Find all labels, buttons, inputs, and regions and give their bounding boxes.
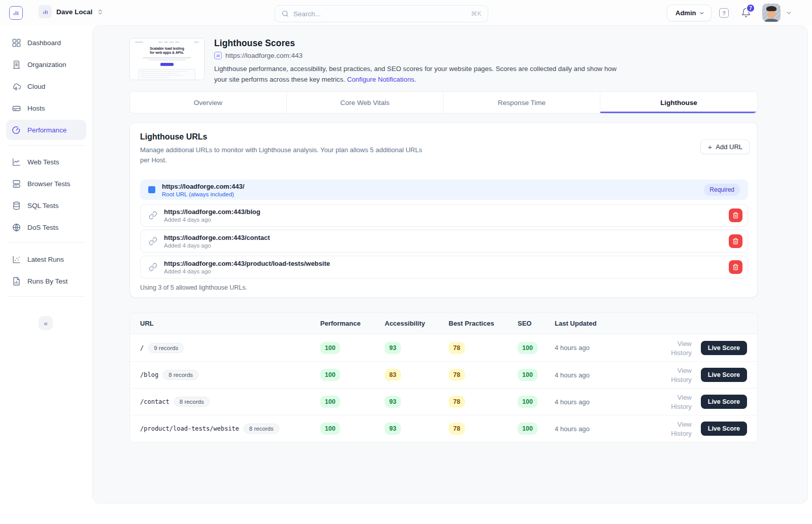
records-badge: 8 records bbox=[163, 370, 198, 380]
link-icon bbox=[149, 237, 157, 246]
sidebar-item-dashboard[interactable]: Dashboard bbox=[6, 32, 86, 53]
user-menu-chevron-icon[interactable] bbox=[786, 10, 792, 16]
bar-chart-icon bbox=[12, 9, 20, 17]
workspace-icon bbox=[39, 5, 52, 18]
url-added-date: Added 4 days ago bbox=[164, 268, 330, 274]
sidebar-item-browser-tests[interactable]: Browser Tests bbox=[6, 173, 86, 194]
gauge-icon bbox=[12, 125, 21, 135]
performance-score: 100 bbox=[320, 396, 340, 408]
sidebar-item-label: Hosts bbox=[27, 104, 45, 112]
sidebar-collapse-button[interactable]: « bbox=[39, 316, 53, 330]
accessibility-score: 93 bbox=[385, 423, 401, 435]
plus-icon: + bbox=[707, 143, 712, 151]
live-score-button[interactable]: Live Score bbox=[701, 368, 747, 382]
sidebar-divider bbox=[7, 296, 85, 297]
view-history-link[interactable]: View History bbox=[671, 394, 691, 410]
url-added-date: Added 4 days ago bbox=[164, 242, 270, 249]
url-text: https://loadforge.com:443/blog bbox=[164, 208, 260, 216]
view-history-link[interactable]: View History bbox=[671, 421, 691, 437]
sidebar-item-cloud[interactable]: Cloud bbox=[6, 76, 86, 96]
configure-notifications-link[interactable]: Configure Notifications bbox=[347, 76, 415, 83]
sidebar-item-organization[interactable]: Organization bbox=[6, 54, 86, 75]
seo-score: 100 bbox=[518, 342, 537, 354]
site-url-text: https://loadforge.com:443 bbox=[225, 52, 302, 59]
table-header: URL Performance Accessibility Best Pract… bbox=[130, 313, 757, 334]
trash-icon bbox=[732, 212, 739, 219]
add-url-button[interactable]: + Add URL bbox=[700, 139, 750, 154]
column-header-accessibility: Accessibility bbox=[385, 320, 449, 327]
url-row: https://loadforge.com:443/product/load-t… bbox=[140, 256, 748, 278]
tab-lighthouse[interactable]: Lighthouse bbox=[600, 92, 757, 113]
user-avatar[interactable] bbox=[762, 4, 781, 22]
admin-menu-button[interactable]: Admin bbox=[667, 5, 712, 21]
sidebar-item-label: Dashboard bbox=[27, 39, 61, 47]
last-updated: 4 hours ago bbox=[555, 371, 665, 379]
accessibility-score: 83 bbox=[385, 369, 401, 381]
best-practices-score: 78 bbox=[449, 396, 465, 408]
last-updated: 4 hours ago bbox=[555, 344, 665, 352]
cloud-icon bbox=[12, 82, 21, 91]
usage-note: Using 3 of 5 allowed lighthouse URLs. bbox=[140, 284, 247, 291]
search-input[interactable] bbox=[293, 10, 467, 18]
sidebar-item-latest-runs[interactable]: Latest Runs bbox=[6, 249, 86, 269]
sidebar-item-label: Browser Tests bbox=[27, 180, 71, 188]
seo-score: 100 bbox=[518, 423, 537, 435]
tab-core-web-vitals[interactable]: Core Web Vitals bbox=[287, 92, 444, 113]
last-updated: 4 hours ago bbox=[555, 425, 665, 433]
live-score-button[interactable]: Live Score bbox=[701, 395, 747, 409]
best-practices-score: 78 bbox=[449, 342, 465, 354]
tab-overview[interactable]: Overview bbox=[130, 92, 287, 113]
workspace-switcher[interactable]: Dave Local bbox=[39, 5, 104, 18]
root-url-row: https://loadforge.com:443/ Root URL (alw… bbox=[140, 180, 748, 200]
column-header-last-updated: Last Updated bbox=[555, 320, 665, 327]
sidebar-item-performance[interactable]: Performance bbox=[6, 120, 86, 140]
url-text: https://loadforge.com:443/product/load-t… bbox=[164, 260, 330, 267]
browser-icon bbox=[12, 179, 21, 189]
live-score-button[interactable]: Live Score bbox=[701, 422, 747, 436]
sidebar-item-web-tests[interactable]: Web Tests bbox=[6, 152, 86, 172]
sidebar-item-dos-tests[interactable]: DoS Tests bbox=[6, 217, 86, 237]
delete-url-button[interactable] bbox=[729, 234, 742, 248]
best-practices-score: 78 bbox=[449, 369, 465, 381]
globe-icon bbox=[12, 223, 21, 232]
table-row: /contact8 records 100 93 78 100 4 hours … bbox=[130, 388, 757, 415]
delete-url-button[interactable] bbox=[729, 208, 742, 222]
view-history-link[interactable]: View History bbox=[671, 367, 691, 383]
seo-score: 100 bbox=[518, 369, 537, 381]
table-row: /blog8 records 100 83 78 100 4 hours ago… bbox=[130, 361, 757, 388]
building-icon bbox=[12, 60, 21, 69]
site-preview-thumbnail: Scalable load testing for web apps & API… bbox=[129, 38, 205, 80]
chevrons-up-down-icon bbox=[97, 9, 104, 15]
notifications-button[interactable]: 7 bbox=[741, 8, 752, 19]
url-path: /product/load-tests/website bbox=[140, 425, 239, 432]
table-row: /product/load-tests/website8 records 100… bbox=[130, 415, 757, 442]
link-icon bbox=[149, 263, 157, 271]
tab-response-time[interactable]: Response Time bbox=[444, 92, 600, 113]
sidebar-item-label: DoS Tests bbox=[27, 224, 58, 231]
lighthouse-urls-card: Lighthouse URLs Manage additional URLs t… bbox=[129, 122, 758, 298]
trash-icon bbox=[732, 264, 739, 270]
column-header-best-practices: Best Practices bbox=[449, 320, 518, 327]
sidebar-item-sql-tests[interactable]: SQL Tests bbox=[6, 195, 86, 216]
help-icon[interactable]: ? bbox=[719, 8, 729, 18]
delete-url-button[interactable] bbox=[729, 260, 742, 274]
performance-score: 100 bbox=[320, 423, 340, 435]
grid-icon bbox=[12, 38, 21, 48]
url-row: https://loadforge.com:443/contact Added … bbox=[140, 230, 748, 253]
page-description: Lighthouse performance, accessibility, b… bbox=[214, 64, 626, 85]
sidebar-item-hosts[interactable]: Hosts bbox=[6, 98, 86, 118]
sidebar-item-label: Web Tests bbox=[27, 158, 59, 166]
live-score-button[interactable]: Live Score bbox=[701, 341, 747, 355]
column-header-performance: Performance bbox=[320, 320, 385, 327]
required-badge: Required bbox=[704, 184, 740, 196]
sidebar-item-label: Runs By Test bbox=[27, 277, 67, 285]
app-logo[interactable] bbox=[9, 6, 23, 20]
sidebar-item-runs-by-test[interactable]: Runs By Test bbox=[6, 271, 86, 291]
table-row: /9 records 100 93 78 100 4 hours ago Vie… bbox=[130, 334, 757, 361]
link-icon bbox=[149, 211, 157, 220]
url-text: https://loadforge.com:443/contact bbox=[164, 234, 270, 241]
accessibility-score: 93 bbox=[385, 396, 401, 408]
view-history-link[interactable]: View History bbox=[671, 340, 691, 357]
file-chart-icon bbox=[12, 276, 21, 286]
url-path: /blog bbox=[140, 371, 158, 378]
